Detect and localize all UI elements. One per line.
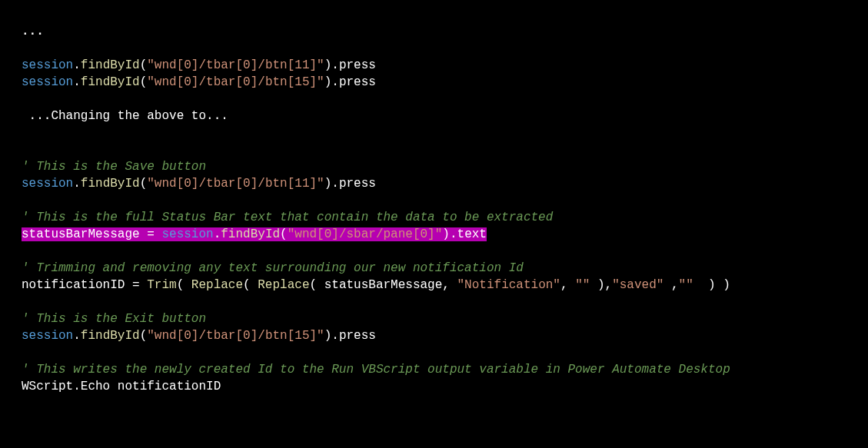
blank-line [22,40,846,57]
blank-line [22,91,846,108]
highlighted-code-line: statusBarMessage = session.findById("wnd… [22,226,846,243]
code-line: session.findById("wnd[0]/tbar[0]/btn[11]… [22,175,846,192]
code-line-dots: ... [22,23,846,40]
selection-highlight: statusBarMessage = session.findById("wnd… [22,227,487,241]
blank-line [22,243,846,260]
blank-line [22,192,846,209]
code-line: notificationID = Trim( Replace( Replace(… [22,277,846,294]
comment-line: ' This writes the newly created Id to th… [22,361,846,378]
blank-line [22,294,846,310]
comment-line: ' This is the Exit button [22,310,846,327]
comment-line: ' This is the Save button [22,158,846,175]
blank-line [22,124,846,141]
code-line: WScript.Echo notificationID [22,378,846,395]
comment-line: ' This is the full Status Bar text that … [22,209,846,226]
code-line: session.findById("wnd[0]/tbar[0]/btn[15]… [22,74,846,91]
blank-line [22,344,846,361]
code-line: session.findById("wnd[0]/tbar[0]/btn[15]… [22,327,846,344]
code-line-changing: ...Changing the above to... [22,108,846,124]
code-line: session.findById("wnd[0]/tbar[0]/btn[11]… [22,57,846,74]
comment-line: ' Trimming and removing any text surroun… [22,260,846,277]
blank-line [22,141,846,158]
